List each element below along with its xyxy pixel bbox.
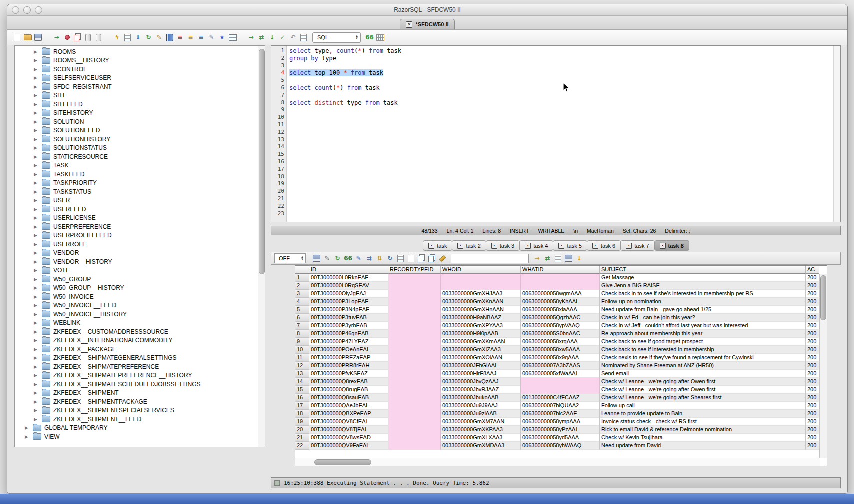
tree-item-solutionstatus[interactable]: ▶SOLUTIONSTATUS xyxy=(15,144,258,153)
table-cell[interactable]: 006300000058yd5AAA xyxy=(521,434,600,442)
row-number[interactable]: 3 xyxy=(296,290,310,298)
table-cell[interactable]: 0033000000Ju9J9AAJ xyxy=(441,402,521,410)
table-cell[interactable]: 0033000000JFhGlAAL xyxy=(441,362,521,370)
disclosure-triangle-icon[interactable]: ▶ xyxy=(34,390,40,396)
view-glasses-icon[interactable] xyxy=(344,254,353,264)
table-cell[interactable]: Check w/ Leanne - we're going after Owen… xyxy=(600,386,806,394)
refresh-results-icon[interactable] xyxy=(333,254,342,264)
copy-row-icon[interactable] xyxy=(428,254,437,264)
tree-item-w50-group-history[interactable]: ▶W50_GROUP__HISTORY xyxy=(15,284,258,293)
search-torch-icon[interactable] xyxy=(438,254,448,264)
table-cell[interactable]: 200 xyxy=(806,370,820,378)
table-cell[interactable]: 006300000058yKhAAI xyxy=(521,298,600,306)
table-cell[interactable]: 0033000000GmXPYAA3 xyxy=(441,322,521,330)
undo-icon[interactable] xyxy=(288,33,298,42)
table-cell[interactable]: 0033000000JbukoAAB xyxy=(441,394,521,402)
table-cell[interactable]: Rick to email David & reference Delmonte… xyxy=(600,426,806,434)
table-cell[interactable]: 006300000058xw5AAA xyxy=(521,346,600,354)
table-cell[interactable] xyxy=(521,282,600,290)
tree-item-global-temporary[interactable]: ▶GLOBAL TEMPORARY xyxy=(15,424,258,433)
table-cell[interactable]: Check-in w/ Ed - can he join this year? xyxy=(600,314,806,322)
table-cell[interactable] xyxy=(388,354,441,362)
table-cell[interactable] xyxy=(388,346,441,354)
column-header-ac[interactable]: AC xyxy=(806,266,820,274)
table-cell[interactable] xyxy=(388,426,441,434)
disclosure-triangle-icon[interactable]: ▶ xyxy=(34,146,40,150)
table-cell[interactable] xyxy=(388,330,441,338)
row-number[interactable]: 5 xyxy=(296,306,310,314)
tree-item-scontrol[interactable]: ▶SCONTROL xyxy=(15,65,258,74)
tree-item-zkfedex-shipmategeneralsettings[interactable]: ▶ZKFEDEX__SHIPMATEGENERALSETTINGS xyxy=(15,354,258,363)
table-cell[interactable]: 200 xyxy=(806,378,820,386)
table-cell[interactable] xyxy=(388,314,441,322)
tree-item-task[interactable]: ▶TASK xyxy=(15,162,258,170)
form-view-icon[interactable] xyxy=(396,254,406,264)
table-cell[interactable]: 200 xyxy=(806,346,820,354)
table-cell[interactable]: Check back in to see if she's interested… xyxy=(600,290,806,298)
close-result-tab-icon[interactable]: × xyxy=(660,243,666,249)
open-folder-icon[interactable] xyxy=(23,33,32,42)
tree-item-user[interactable]: ▶USER xyxy=(15,196,258,206)
disclosure-triangle-icon[interactable]: ▶ xyxy=(34,338,40,343)
row-number[interactable]: 21 xyxy=(296,434,310,442)
table-cell[interactable]: 00630000007blc2AAE xyxy=(521,410,600,418)
result-tab-task-4[interactable]: ×task 4 xyxy=(520,240,554,251)
delete-connection-icon[interactable] xyxy=(73,33,82,42)
tree-item-taskstatus[interactable]: ▶TASKSTATUS xyxy=(15,188,258,196)
row-number[interactable]: 2 xyxy=(296,282,310,290)
table-cell[interactable] xyxy=(521,274,600,282)
pagination-select[interactable]: OFF ▲▼ xyxy=(274,254,306,264)
table-cell[interactable] xyxy=(388,290,441,298)
disclosure-triangle-icon[interactable]: ▶ xyxy=(34,93,40,98)
disclosure-triangle-icon[interactable]: ▶ xyxy=(34,303,40,308)
table-cell[interactable]: 00T3000000P3tuvEAB xyxy=(310,314,388,322)
result-tab-task-6[interactable]: ×task 6 xyxy=(587,240,621,251)
table-cell[interactable] xyxy=(441,274,521,282)
row-number[interactable]: 13 xyxy=(296,370,310,378)
new-file-icon[interactable] xyxy=(12,33,22,42)
table-cell[interactable]: Check w/ Leanne - we're going after Shea… xyxy=(600,394,806,402)
table-cell[interactable] xyxy=(388,418,441,426)
disclosure-triangle-icon[interactable]: ▶ xyxy=(34,356,40,360)
table-cell[interactable]: Need update from Bain - gave go ahead 1/… xyxy=(600,306,806,314)
tree-item-taskfeed[interactable]: ▶TASKFEED xyxy=(15,170,258,179)
generate-script-icon[interactable] xyxy=(554,254,563,264)
close-result-tab-icon[interactable]: × xyxy=(428,243,434,249)
disclosure-triangle-icon[interactable]: ▶ xyxy=(34,224,40,230)
table-cell[interactable]: 0033000000GmXHnAAN xyxy=(441,306,521,314)
table-cell[interactable]: 0033000000GmXMDAA3 xyxy=(441,442,521,450)
disclosure-triangle-icon[interactable]: ▶ xyxy=(34,286,40,290)
column-header-recordtypeid[interactable]: RECORDTYPEID xyxy=(388,266,441,274)
table-cell[interactable]: Check-in w/ Jeff - couldn't afford last … xyxy=(600,322,806,330)
table-cell[interactable]: 00T3000000L0RqSEAV xyxy=(310,282,388,290)
disclosure-triangle-icon[interactable]: ▶ xyxy=(34,120,40,124)
tree-item-userrole[interactable]: ▶USERROLE xyxy=(15,240,258,249)
column-header-whoid[interactable]: WHOID xyxy=(441,266,521,274)
table-cell[interactable]: 006300000058xlaAAA xyxy=(521,306,600,314)
disclosure-triangle-icon[interactable]: ▶ xyxy=(34,207,40,212)
row-number[interactable]: 16 xyxy=(296,394,310,402)
table-cell[interactable]: 0033000000GmXOiAAN xyxy=(441,354,521,362)
table-cell[interactable]: 200 xyxy=(806,386,820,394)
disclosure-triangle-icon[interactable]: ▶ xyxy=(34,268,40,273)
tree-item-w50-invoice-history[interactable]: ▶W50_INVOICE__HISTORY xyxy=(15,310,258,319)
execute-down-icon[interactable] xyxy=(268,33,277,42)
table-cell[interactable]: 00T3000000QV8wsEAD xyxy=(310,434,388,442)
tree-item-site[interactable]: ▶SITE xyxy=(15,92,258,100)
table-cell[interactable]: 200 xyxy=(806,442,820,450)
close-result-tab-icon[interactable]: × xyxy=(592,243,598,249)
table-cell[interactable]: 0013000000C4fFCAAZ xyxy=(521,394,600,402)
disclosure-triangle-icon[interactable]: ▶ xyxy=(25,434,30,440)
table-cell[interactable]: 200 xyxy=(806,434,820,442)
table-cell[interactable]: 00T3000000P47LYEAZ xyxy=(310,338,388,346)
row-number[interactable]: 19 xyxy=(296,418,310,426)
table-cell[interactable]: Give Jenn a BIG RAISE xyxy=(600,282,806,290)
new-object-icon[interactable] xyxy=(84,33,93,42)
table-cell[interactable]: Follow-up on nomination xyxy=(600,298,806,306)
table-cell[interactable]: 00T3000000L0RknEAF xyxy=(310,274,388,282)
table-cell[interactable]: 0033000000GmXKnAAN xyxy=(441,298,521,306)
tree-item-selfserviceuser[interactable]: ▶SELFSERVICEUSER xyxy=(15,74,258,83)
close-result-tab-icon[interactable]: × xyxy=(558,243,564,249)
tree-item-zkfedex-customaddresssource[interactable]: ▶ZKFEDEX__CUSTOMADDRESSSOURCE xyxy=(15,328,258,336)
format-sql-icon[interactable] xyxy=(207,33,216,42)
